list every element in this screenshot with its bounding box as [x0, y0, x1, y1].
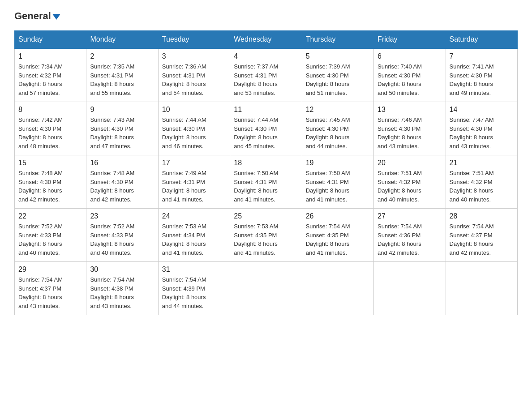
calendar-cell: 3 Sunrise: 7:36 AMSunset: 4:31 PMDayligh… [158, 48, 230, 102]
calendar-cell [230, 262, 302, 315]
calendar-week-row: 15 Sunrise: 7:48 AMSunset: 4:30 PMDaylig… [15, 155, 518, 209]
calendar-cell: 11 Sunrise: 7:44 AMSunset: 4:30 PMDaylig… [230, 102, 302, 155]
calendar-cell: 24 Sunrise: 7:53 AMSunset: 4:34 PMDaylig… [158, 209, 230, 262]
calendar-header-row: SundayMondayTuesdayWednesdayThursdayFrid… [15, 31, 518, 49]
day-info: Sunrise: 7:48 AMSunset: 4:30 PMDaylight:… [90, 169, 154, 204]
day-info: Sunrise: 7:54 AMSunset: 4:38 PMDaylight:… [90, 275, 154, 310]
col-header-tuesday: Tuesday [158, 31, 230, 49]
day-number: 14 [450, 106, 514, 114]
calendar-cell: 19 Sunrise: 7:50 AMSunset: 4:31 PMDaylig… [302, 155, 373, 209]
day-info: Sunrise: 7:53 AMSunset: 4:35 PMDaylight:… [234, 222, 298, 257]
day-number: 31 [162, 265, 226, 274]
day-number: 1 [18, 52, 82, 60]
col-header-friday: Friday [374, 31, 446, 49]
calendar-week-row: 8 Sunrise: 7:42 AMSunset: 4:30 PMDayligh… [15, 102, 518, 155]
day-number: 13 [378, 106, 442, 114]
day-number: 25 [234, 212, 298, 220]
calendar-cell: 22 Sunrise: 7:52 AMSunset: 4:33 PMDaylig… [15, 209, 86, 262]
day-info: Sunrise: 7:54 AMSunset: 4:36 PMDaylight:… [378, 222, 442, 257]
day-number: 8 [18, 106, 82, 114]
day-info: Sunrise: 7:51 AMSunset: 4:32 PMDaylight:… [450, 169, 514, 204]
day-info: Sunrise: 7:54 AMSunset: 4:35 PMDaylight:… [306, 222, 370, 257]
calendar-cell: 15 Sunrise: 7:48 AMSunset: 4:30 PMDaylig… [15, 155, 86, 209]
day-info: Sunrise: 7:44 AMSunset: 4:30 PMDaylight:… [234, 116, 298, 150]
calendar-cell: 21 Sunrise: 7:51 AMSunset: 4:32 PMDaylig… [446, 155, 517, 209]
calendar-cell: 1 Sunrise: 7:34 AMSunset: 4:32 PMDayligh… [15, 48, 86, 102]
day-number: 6 [378, 52, 442, 60]
day-info: Sunrise: 7:34 AMSunset: 4:32 PMDaylight:… [18, 62, 82, 97]
calendar-week-row: 22 Sunrise: 7:52 AMSunset: 4:33 PMDaylig… [15, 209, 518, 262]
calendar-cell: 10 Sunrise: 7:44 AMSunset: 4:30 PMDaylig… [158, 102, 230, 155]
day-info: Sunrise: 7:49 AMSunset: 4:31 PMDaylight:… [162, 169, 226, 204]
day-info: Sunrise: 7:54 AMSunset: 4:37 PMDaylight:… [450, 222, 514, 257]
day-info: Sunrise: 7:54 AMSunset: 4:39 PMDaylight:… [162, 275, 226, 310]
day-info: Sunrise: 7:37 AMSunset: 4:31 PMDaylight:… [234, 62, 298, 97]
calendar-table: SundayMondayTuesdayWednesdayThursdayFrid… [14, 30, 518, 315]
calendar-cell: 16 Sunrise: 7:48 AMSunset: 4:30 PMDaylig… [86, 155, 158, 209]
day-number: 18 [234, 159, 298, 167]
day-info: Sunrise: 7:50 AMSunset: 4:31 PMDaylight:… [234, 169, 298, 204]
calendar-cell: 5 Sunrise: 7:39 AMSunset: 4:30 PMDayligh… [302, 48, 373, 102]
day-info: Sunrise: 7:48 AMSunset: 4:30 PMDaylight:… [18, 169, 82, 204]
day-info: Sunrise: 7:54 AMSunset: 4:37 PMDaylight:… [18, 275, 82, 310]
day-number: 22 [18, 212, 82, 220]
calendar-cell: 26 Sunrise: 7:54 AMSunset: 4:35 PMDaylig… [302, 209, 373, 262]
calendar-cell: 6 Sunrise: 7:40 AMSunset: 4:30 PMDayligh… [374, 48, 446, 102]
day-number: 23 [90, 212, 154, 220]
day-number: 28 [450, 212, 514, 220]
day-info: Sunrise: 7:35 AMSunset: 4:31 PMDaylight:… [90, 62, 154, 97]
day-number: 30 [90, 265, 154, 274]
logo: General [14, 11, 60, 21]
calendar-week-row: 1 Sunrise: 7:34 AMSunset: 4:32 PMDayligh… [15, 48, 518, 102]
day-number: 20 [378, 159, 442, 167]
calendar-cell: 23 Sunrise: 7:52 AMSunset: 4:33 PMDaylig… [86, 209, 158, 262]
day-info: Sunrise: 7:46 AMSunset: 4:30 PMDaylight:… [378, 116, 442, 150]
calendar-cell: 31 Sunrise: 7:54 AMSunset: 4:39 PMDaylig… [158, 262, 230, 315]
calendar-cell: 30 Sunrise: 7:54 AMSunset: 4:38 PMDaylig… [86, 262, 158, 315]
calendar-cell: 13 Sunrise: 7:46 AMSunset: 4:30 PMDaylig… [374, 102, 446, 155]
day-info: Sunrise: 7:52 AMSunset: 4:33 PMDaylight:… [90, 222, 154, 257]
day-number: 29 [18, 265, 82, 274]
day-info: Sunrise: 7:42 AMSunset: 4:30 PMDaylight:… [18, 116, 82, 150]
calendar-cell: 2 Sunrise: 7:35 AMSunset: 4:31 PMDayligh… [86, 48, 158, 102]
calendar-cell: 12 Sunrise: 7:45 AMSunset: 4:30 PMDaylig… [302, 102, 373, 155]
day-info: Sunrise: 7:45 AMSunset: 4:30 PMDaylight:… [306, 116, 370, 150]
day-info: Sunrise: 7:44 AMSunset: 4:30 PMDaylight:… [162, 116, 226, 150]
day-info: Sunrise: 7:39 AMSunset: 4:30 PMDaylight:… [306, 62, 370, 97]
day-number: 19 [306, 159, 370, 167]
day-number: 9 [90, 106, 154, 114]
calendar-cell: 27 Sunrise: 7:54 AMSunset: 4:36 PMDaylig… [374, 209, 446, 262]
day-number: 4 [234, 52, 298, 60]
day-number: 17 [162, 159, 226, 167]
calendar-cell [374, 262, 446, 315]
calendar-cell: 9 Sunrise: 7:43 AMSunset: 4:30 PMDayligh… [86, 102, 158, 155]
calendar-cell: 8 Sunrise: 7:42 AMSunset: 4:30 PMDayligh… [15, 102, 86, 155]
calendar-cell: 25 Sunrise: 7:53 AMSunset: 4:35 PMDaylig… [230, 209, 302, 262]
day-info: Sunrise: 7:53 AMSunset: 4:34 PMDaylight:… [162, 222, 226, 257]
day-info: Sunrise: 7:50 AMSunset: 4:31 PMDaylight:… [306, 169, 370, 204]
calendar-week-row: 29 Sunrise: 7:54 AMSunset: 4:37 PMDaylig… [15, 262, 518, 315]
day-info: Sunrise: 7:43 AMSunset: 4:30 PMDaylight:… [90, 116, 154, 150]
day-number: 11 [234, 106, 298, 114]
day-info: Sunrise: 7:47 AMSunset: 4:30 PMDaylight:… [450, 116, 514, 150]
day-info: Sunrise: 7:36 AMSunset: 4:31 PMDaylight:… [162, 62, 226, 97]
calendar-cell [302, 262, 373, 315]
day-number: 2 [90, 52, 154, 60]
col-header-sunday: Sunday [15, 31, 86, 49]
day-number: 26 [306, 212, 370, 220]
calendar-cell: 29 Sunrise: 7:54 AMSunset: 4:37 PMDaylig… [15, 262, 86, 315]
calendar-cell: 18 Sunrise: 7:50 AMSunset: 4:31 PMDaylig… [230, 155, 302, 209]
col-header-thursday: Thursday [302, 31, 373, 49]
page-header: General [14, 11, 518, 21]
day-number: 15 [18, 159, 82, 167]
day-number: 3 [162, 52, 226, 60]
calendar-cell: 4 Sunrise: 7:37 AMSunset: 4:31 PMDayligh… [230, 48, 302, 102]
calendar-cell: 28 Sunrise: 7:54 AMSunset: 4:37 PMDaylig… [446, 209, 517, 262]
day-info: Sunrise: 7:40 AMSunset: 4:30 PMDaylight:… [378, 62, 442, 97]
day-number: 7 [450, 52, 514, 60]
logo-line1: General [14, 11, 60, 21]
calendar-cell: 14 Sunrise: 7:47 AMSunset: 4:30 PMDaylig… [446, 102, 517, 155]
day-number: 24 [162, 212, 226, 220]
calendar-cell [446, 262, 517, 315]
day-number: 27 [378, 212, 442, 220]
